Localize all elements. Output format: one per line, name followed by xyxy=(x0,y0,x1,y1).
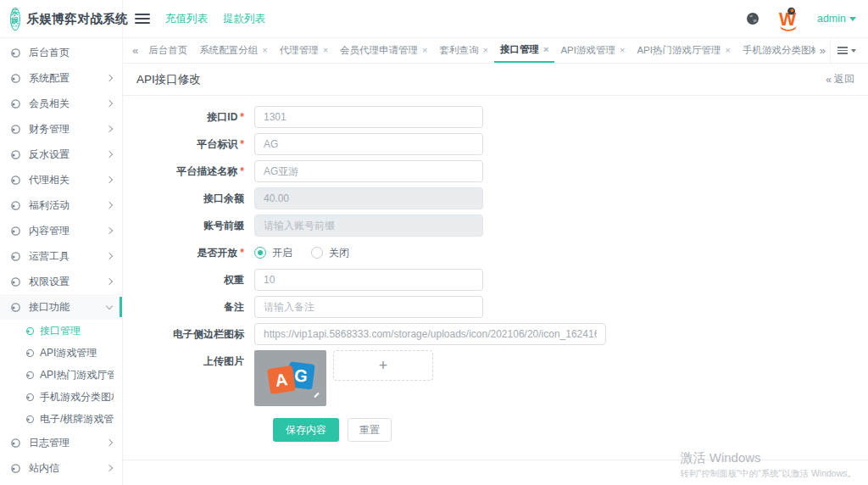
tabs-scroll-left-icon[interactable]: « xyxy=(128,38,142,63)
tab-strip: 后台首页 系统配置分组 × 代理管理 × 会员代理申请管理 × xyxy=(142,38,815,63)
chevron-right-icon xyxy=(106,278,113,285)
chevron-down-icon xyxy=(106,302,113,309)
close-tab-icon[interactable]: × xyxy=(725,46,730,55)
recharge-list-link[interactable]: 充值列表 xyxy=(165,12,208,26)
sidebar-icon-url-input[interactable] xyxy=(254,323,606,345)
chevron-down-icon xyxy=(849,17,856,21)
ring-icon xyxy=(10,200,21,211)
platform-code-input[interactable] xyxy=(254,133,483,155)
platform-name-input[interactable] xyxy=(254,160,483,182)
sidebar-item-content[interactable]: 内容管理 xyxy=(0,218,122,243)
tab-agent-management[interactable]: 代理管理 × xyxy=(274,38,334,63)
form-row-platform-name: 平台描述名称* xyxy=(131,160,868,182)
tab-api-management[interactable]: 接口管理 × xyxy=(494,38,554,63)
save-button[interactable]: 保存内容 xyxy=(273,418,339,442)
ring-icon xyxy=(25,326,35,336)
sidebar-item-operations[interactable]: 运营工具 xyxy=(0,243,122,269)
language-globe-icon[interactable] xyxy=(746,12,760,25)
ring-icon xyxy=(10,438,21,449)
ring-icon xyxy=(10,175,21,186)
ring-icon xyxy=(10,226,21,237)
form-row-account-prefix: 账号前缀 xyxy=(131,215,868,237)
uploaded-image-thumbnail[interactable]: A G xyxy=(254,350,326,406)
required-marker: * xyxy=(240,111,244,123)
sidebar-subitem-mobile-icons[interactable]: 手机游戏分类图标 xyxy=(0,386,122,408)
sidebar-subitem-api-games[interactable]: API游戏管理 xyxy=(0,342,122,364)
close-tab-icon[interactable]: × xyxy=(483,46,488,55)
tab-mobile-game-icons[interactable]: 手机游戏分类图标 × xyxy=(737,38,815,63)
ring-icon xyxy=(10,124,21,135)
radio-selected-icon xyxy=(254,247,266,259)
required-marker: * xyxy=(240,247,244,259)
back-button[interactable]: « 返回 xyxy=(826,72,854,86)
logo-text: 乐娱 xyxy=(11,9,19,25)
ring-icon xyxy=(10,276,21,287)
weight-input[interactable] xyxy=(254,269,483,291)
app-window: 乐娱 SLEY 乐娱博弈对战系统 充值列表 提款列表 W admin xyxy=(0,0,868,485)
sidebar-item-rebate[interactable]: 反水设置 xyxy=(0,142,122,167)
chevron-right-icon xyxy=(106,75,113,81)
sidebar-item-members[interactable]: 会员相关 xyxy=(0,91,122,116)
sidebar-collapse-icon[interactable] xyxy=(135,14,150,24)
reset-button[interactable]: 重置 xyxy=(348,418,392,442)
user-menu[interactable]: admin xyxy=(817,13,856,25)
sidebar-subitem-api-hot-halls[interactable]: API热门游戏厅管理 xyxy=(0,364,122,386)
tab-dashboard[interactable]: 后台首页 xyxy=(142,38,193,63)
sidebar-item-permissions[interactable]: 权限设置 xyxy=(0,269,122,294)
sidebar-item-api-functions[interactable]: 接口功能 xyxy=(0,294,122,320)
account-prefix-input xyxy=(254,215,483,237)
close-tab-icon[interactable]: × xyxy=(323,46,328,55)
topbar-main: 充值列表 提款列表 W admin xyxy=(123,0,868,37)
close-tab-icon[interactable]: × xyxy=(543,45,548,54)
chevron-right-icon xyxy=(106,151,113,158)
sidebar-nav: 后台首页 系统配置 会员相关 财务管理 反水设置 xyxy=(0,38,123,485)
ring-icon xyxy=(25,348,35,358)
api-id-input[interactable] xyxy=(254,106,483,128)
back-arrow-icon: « xyxy=(826,74,832,86)
required-marker: * xyxy=(240,165,244,177)
remark-input[interactable] xyxy=(254,296,483,318)
form-row-balance: 接口余额 xyxy=(131,187,868,209)
radio-open[interactable]: 开启 xyxy=(254,246,292,260)
form-row-weight: 权重 xyxy=(131,269,868,291)
withdraw-list-link[interactable]: 提款列表 xyxy=(223,12,265,26)
ring-icon xyxy=(10,149,21,160)
main-content: « 后台首页 系统配置分组 × 代理管理 × 会员代理申请管理 xyxy=(123,38,868,485)
mascot-avatar[interactable]: W xyxy=(775,5,802,32)
brand-logo-icon: 乐娱 SLEY xyxy=(10,8,20,31)
tab-api-hot-halls[interactable]: API热门游戏厅管理 × xyxy=(631,38,736,63)
close-tab-icon[interactable]: × xyxy=(262,46,267,55)
tab-member-agent-apply[interactable]: 会员代理申请管理 × xyxy=(334,38,433,63)
ring-icon xyxy=(10,73,21,84)
close-tab-icon[interactable]: × xyxy=(422,46,427,55)
upload-new-image-button[interactable]: + xyxy=(333,350,433,381)
tabs-scroll-right-icon[interactable]: » xyxy=(815,38,830,63)
ring-icon xyxy=(10,98,21,109)
sidebar-item-system-config[interactable]: 系统配置 xyxy=(0,65,122,91)
chevron-right-icon xyxy=(106,202,113,209)
sidebar-item-welfare[interactable]: 福利活动 xyxy=(0,192,122,218)
sidebar-subitem-slot-card-games[interactable]: 电子/棋牌游戏管理 xyxy=(0,408,122,430)
tab-system-config-groups[interactable]: 系统配置分组 × xyxy=(193,38,273,63)
username: admin xyxy=(817,13,846,25)
sidebar-item-logs[interactable]: 日志管理 xyxy=(0,430,122,455)
app-title: 乐娱博弈对战系统 xyxy=(26,11,128,27)
pen-mark-icon xyxy=(314,393,319,398)
form-row-remark: 备注 xyxy=(131,296,868,318)
sidebar-item-site-mail[interactable]: 站内信 xyxy=(0,455,122,481)
sidebar-item-dashboard[interactable]: 后台首页 xyxy=(0,40,122,65)
sidebar-item-finance[interactable]: 财务管理 xyxy=(0,116,122,142)
ring-icon xyxy=(25,371,35,380)
sidebar-subitem-api-management[interactable]: 接口管理 xyxy=(0,320,122,342)
ring-icon xyxy=(25,415,35,424)
chevron-down-icon xyxy=(851,49,856,53)
close-tab-icon[interactable]: × xyxy=(620,46,625,55)
ring-icon xyxy=(10,302,21,313)
tabs-options-menu[interactable] xyxy=(830,38,863,63)
brand-logo: 乐娱 SLEY 乐娱博弈对战系统 xyxy=(0,0,123,37)
tab-arbitrage-query[interactable]: 套利查询 × xyxy=(434,38,494,63)
open-status-radio-group: 开启 关闭 xyxy=(254,242,349,264)
sidebar-item-agents[interactable]: 代理相关 xyxy=(0,167,122,192)
radio-closed[interactable]: 关闭 xyxy=(311,246,349,260)
tab-api-games[interactable]: API游戏管理 × xyxy=(554,38,631,63)
